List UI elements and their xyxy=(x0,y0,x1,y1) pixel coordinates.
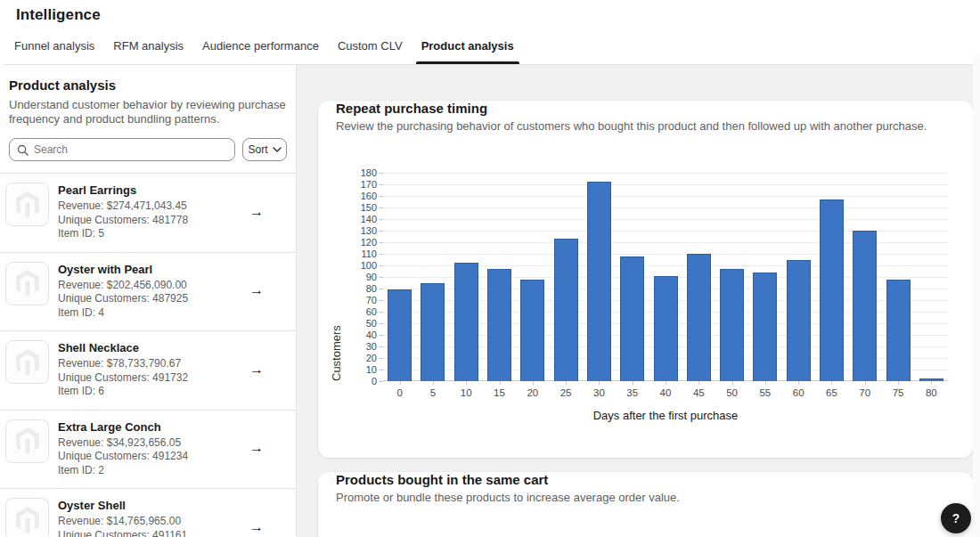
tab[interactable]: Funnel analysis xyxy=(9,32,100,64)
product-name: Extra Large Conch xyxy=(58,420,241,434)
product-list-item[interactable]: Oyster with Pearl Revenue: $202,456,090.… xyxy=(0,253,296,332)
y-tick xyxy=(379,254,383,255)
tab[interactable]: Product analysis xyxy=(416,32,519,64)
bar-15-days xyxy=(487,269,511,381)
bar-30-days xyxy=(587,182,611,381)
cart-card-subtitle: Promote or bundle these products to incr… xyxy=(336,491,955,505)
gridline xyxy=(383,184,948,185)
x-tick-label: 35 xyxy=(616,387,649,398)
bar-50-days xyxy=(720,269,744,381)
bar-60-days xyxy=(787,260,811,382)
chart-card-title: Repeat purchase timing xyxy=(336,101,955,116)
tab[interactable]: Custom CLV xyxy=(332,32,408,64)
y-tick xyxy=(379,335,383,336)
product-list-item[interactable]: Oyster Shell Revenue: $14,765,965.00 Uni… xyxy=(0,489,296,537)
y-tick-label: 140 xyxy=(361,215,377,224)
bar-0-days xyxy=(388,289,412,381)
product-list-item[interactable]: Shell Necklace Revenue: $78,733,790.67 U… xyxy=(0,331,296,411)
y-tick xyxy=(379,196,383,197)
x-tick xyxy=(500,381,501,385)
x-tick-label: 45 xyxy=(682,387,715,398)
product-item-id: Item ID: 5 xyxy=(58,227,241,241)
chevron-down-icon xyxy=(273,147,282,152)
product-list-item[interactable]: Pearl Earrings Revenue: $274,471,043.45 … xyxy=(0,174,296,253)
search-input[interactable] xyxy=(34,143,227,156)
product-item-id: Item ID: 2 xyxy=(58,464,241,478)
sidebar-title: Product analysis xyxy=(9,77,287,93)
y-tick xyxy=(379,231,383,232)
search-icon xyxy=(17,144,29,156)
y-tick xyxy=(379,312,383,313)
y-tick-label: 80 xyxy=(366,284,377,294)
y-tick-label: 90 xyxy=(366,273,377,282)
product-revenue: Revenue: $78,733,790.67 xyxy=(58,357,241,371)
x-tick xyxy=(765,381,766,385)
y-tick-label: 180 xyxy=(361,168,377,178)
x-tick-label: 5 xyxy=(416,387,449,398)
sort-button[interactable]: Sort xyxy=(242,138,287,161)
x-tick xyxy=(599,381,600,385)
y-tick xyxy=(379,370,383,370)
product-unique-customers: Unique Customers: 491161 xyxy=(58,529,241,537)
y-tick xyxy=(379,207,383,208)
arrow-right-icon[interactable]: → xyxy=(249,282,264,298)
x-tick-label: 75 xyxy=(881,387,914,398)
product-list: Pearl Earrings Revenue: $274,471,043.45 … xyxy=(0,174,296,537)
tab[interactable]: RFM analysis xyxy=(108,32,189,64)
product-item-id: Item ID: 6 xyxy=(58,385,241,399)
arrow-right-icon[interactable]: → xyxy=(249,204,264,220)
product-unique-customers: Unique Customers: 487925 xyxy=(58,292,241,306)
tab[interactable]: Audience performance xyxy=(197,32,324,64)
y-tick-label: 20 xyxy=(366,354,377,363)
product-name: Pearl Earrings xyxy=(58,183,241,197)
cart-card-title: Products bought in the same cart xyxy=(336,472,955,487)
bar-45-days xyxy=(687,254,711,381)
x-tick-label: 0 xyxy=(383,387,416,398)
magento-placeholder-icon xyxy=(16,349,39,376)
x-tick xyxy=(466,381,467,385)
x-tick xyxy=(865,381,866,385)
bar-10-days xyxy=(454,263,478,381)
sort-button-label: Sort xyxy=(248,143,267,156)
y-tick xyxy=(379,346,383,347)
x-tick xyxy=(533,381,534,385)
gridline xyxy=(383,173,948,174)
same-cart-products-card: Products bought in the same cart Promote… xyxy=(318,472,973,537)
product-name: Shell Necklace xyxy=(58,341,241,354)
y-tick-label: 100 xyxy=(361,261,377,271)
product-unique-customers: Unique Customers: 491732 xyxy=(58,371,241,386)
y-tick xyxy=(379,219,383,220)
magento-placeholder-icon xyxy=(16,191,39,218)
y-tick xyxy=(379,358,383,359)
scrollbar-track[interactable] xyxy=(973,56,980,537)
x-tick xyxy=(732,381,733,385)
gridline xyxy=(383,219,948,220)
arrow-right-icon[interactable]: → xyxy=(249,440,264,456)
product-name: Oyster Shell xyxy=(58,499,241,512)
tab-bar: Funnel analysis RFM analysis Audience pe… xyxy=(4,32,980,65)
bar-65-days xyxy=(820,199,844,381)
y-tick xyxy=(379,173,383,174)
x-tick xyxy=(666,381,666,385)
y-axis-tick-labels: 0102030405060708090100110120130140150160… xyxy=(347,173,377,381)
x-tick-label: 50 xyxy=(715,387,748,398)
product-unique-customers: Unique Customers: 491234 xyxy=(58,450,241,464)
x-tick-label: 25 xyxy=(549,387,582,398)
repeat-purchase-bar-chart: Customers 010203040506070809010011012013… xyxy=(383,173,948,381)
y-tick-label: 30 xyxy=(366,342,377,352)
x-tick-label: 80 xyxy=(915,387,948,398)
arrow-right-icon[interactable]: → xyxy=(249,519,264,535)
bar-55-days xyxy=(753,273,777,381)
y-tick-label: 70 xyxy=(366,296,377,305)
arrow-right-icon[interactable]: → xyxy=(249,362,264,378)
product-revenue: Revenue: $202,456,090.00 xyxy=(58,279,241,293)
help-button[interactable]: ? xyxy=(941,503,971,533)
x-tick-label: 60 xyxy=(782,387,815,398)
product-list-item[interactable]: Extra Large Conch Revenue: $34,923,656.0… xyxy=(0,411,296,490)
product-name: Oyster with Pearl xyxy=(58,263,241,276)
y-tick-label: 10 xyxy=(366,365,377,375)
product-thumbnail xyxy=(5,340,49,384)
bar-5-days xyxy=(421,283,445,382)
gridline xyxy=(383,196,948,197)
x-tick xyxy=(400,381,401,385)
